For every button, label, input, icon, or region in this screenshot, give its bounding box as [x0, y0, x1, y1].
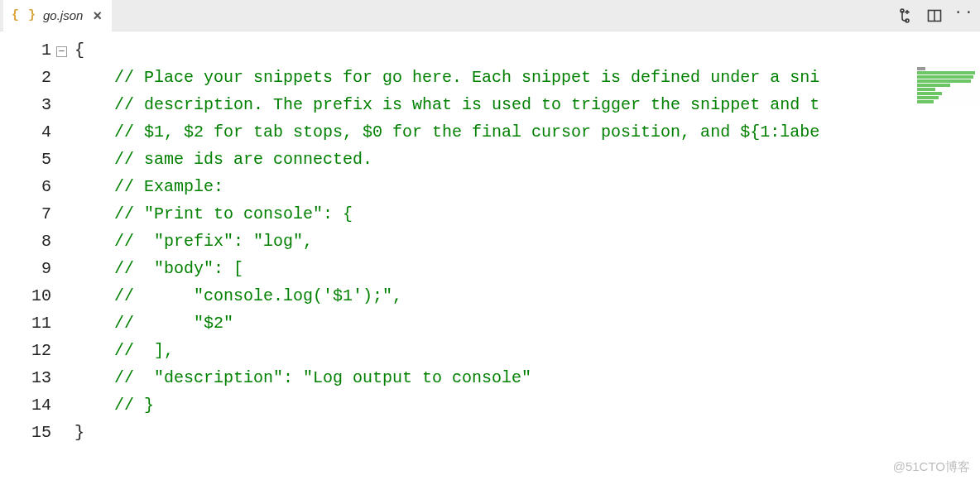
line-number-gutter: 123456789101112131415	[0, 31, 56, 480]
line-number: 5	[0, 146, 56, 173]
json-file-icon: { }	[12, 8, 36, 22]
fold-gutter: −	[56, 31, 74, 480]
code-line: // "prefix": "log",	[74, 228, 902, 255]
split-editor-icon[interactable]	[927, 8, 942, 23]
code-line: {	[74, 36, 902, 64]
minimap[interactable]	[915, 66, 978, 108]
line-number: 6	[0, 173, 56, 200]
code-line: // "Print to console": {	[74, 200, 902, 228]
code-line: // Example:	[74, 173, 902, 200]
line-number: 1	[0, 36, 56, 64]
compare-changes-icon[interactable]	[897, 8, 912, 23]
more-actions-icon[interactable]: ··	[957, 5, 972, 20]
code-line: // }	[74, 391, 902, 419]
line-number: 11	[0, 310, 56, 337]
code-line: }	[74, 419, 902, 446]
line-number: 7	[0, 200, 56, 228]
tab-close-icon[interactable]: ×	[93, 8, 102, 23]
code-line: // "description": "Log output to console…	[74, 364, 902, 391]
code-line: // $1, $2 for tab stops, $0 for the fina…	[74, 118, 902, 146]
editor-body: 123456789101112131415 − { // Place your …	[0, 31, 980, 480]
line-number: 14	[0, 391, 56, 419]
code-line: // "console.log('$1');",	[74, 282, 902, 310]
line-number: 9	[0, 255, 56, 282]
tab-bar-actions: ··	[897, 8, 980, 23]
line-number: 8	[0, 228, 56, 255]
tab-bar: { } go.json × ··	[0, 0, 980, 31]
line-number: 12	[0, 337, 56, 364]
line-number: 10	[0, 282, 56, 310]
line-number: 2	[0, 64, 56, 91]
line-number: 13	[0, 364, 56, 391]
code-area[interactable]: { // Place your snippets for go here. Ea…	[74, 31, 902, 480]
line-number: 3	[0, 91, 56, 118]
code-line: // "body": [	[74, 255, 902, 282]
code-line: // ],	[74, 337, 902, 364]
tab-go-json[interactable]: { } go.json ×	[3, 0, 112, 31]
code-line: // description. The prefix is what is us…	[74, 91, 902, 118]
code-line: // same ids are connected.	[74, 146, 902, 173]
code-line: // Place your snippets for go here. Each…	[74, 64, 902, 91]
fold-toggle-icon[interactable]: −	[56, 46, 67, 57]
code-line: // "$2"	[74, 310, 902, 337]
line-number: 15	[0, 419, 56, 446]
tab-filename: go.json	[43, 8, 83, 22]
line-number: 4	[0, 118, 56, 146]
